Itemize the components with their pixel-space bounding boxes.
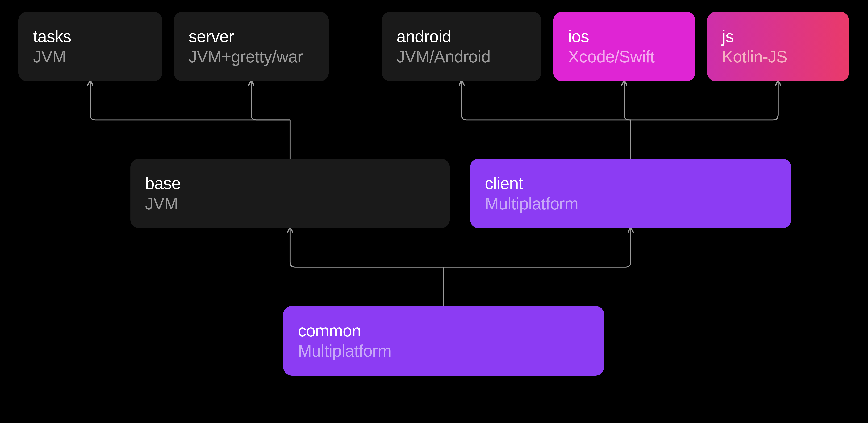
node-subtitle: Multiplatform — [298, 341, 591, 361]
node-base: base JVM — [130, 159, 450, 228]
node-title: base — [145, 174, 436, 193]
node-title: ios — [568, 27, 682, 46]
node-subtitle: Multiplatform — [485, 194, 778, 213]
node-subtitle: JVM — [145, 194, 436, 213]
node-subtitle: JVM+gretty/war — [189, 47, 315, 66]
diagram-stage: tasks JVM server JVM+gretty/war android … — [0, 0, 868, 407]
connector — [251, 81, 290, 120]
node-subtitle: JVM/Android — [397, 47, 528, 66]
node-android: android JVM/Android — [382, 12, 541, 81]
node-common: common Multiplatform — [283, 306, 604, 375]
connector — [624, 81, 631, 120]
node-subtitle: JVM — [33, 47, 149, 66]
node-server: server JVM+gretty/war — [174, 12, 329, 81]
node-js: js Kotlin-JS — [707, 12, 849, 81]
node-title: tasks — [33, 27, 149, 46]
node-ios: ios Xcode/Swift — [553, 12, 695, 81]
connector — [444, 228, 631, 267]
node-subtitle: Kotlin-JS — [722, 47, 836, 66]
node-subtitle: Xcode/Swift — [568, 47, 682, 66]
connector — [631, 81, 778, 120]
connector — [462, 81, 631, 120]
node-tasks: tasks JVM — [19, 12, 162, 81]
node-title: server — [189, 27, 315, 46]
connector — [290, 228, 444, 267]
node-title: common — [298, 321, 591, 340]
connector — [90, 81, 290, 120]
node-title: android — [397, 27, 528, 46]
node-client: client Multiplatform — [470, 159, 791, 228]
node-title: client — [485, 174, 778, 193]
node-title: js — [722, 27, 836, 46]
